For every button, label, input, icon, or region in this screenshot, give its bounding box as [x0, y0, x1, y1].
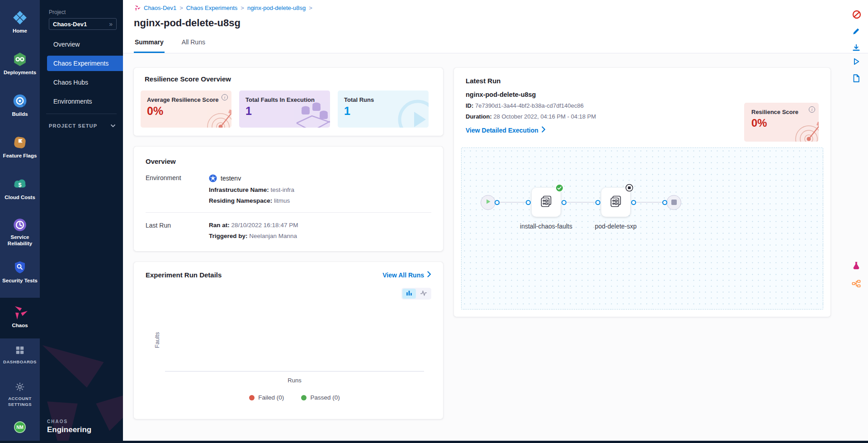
account-settings-label: ACCOUNT SETTINGS [5, 396, 35, 408]
tab-all-runs[interactable]: All Runs [181, 38, 206, 53]
breadcrumb-experiments[interactable]: Chaos Experiments [186, 5, 237, 11]
environment-details: testenv Infrastructure Name: test-infra … [209, 174, 294, 204]
section-title: Resilience Score Overview [145, 75, 436, 83]
sidebar-divider [46, 114, 117, 114]
rail-item-home[interactable]: Home [0, 6, 40, 39]
rail-item-cloud-costs[interactable]: $ Cloud Costs [0, 173, 40, 205]
connector-port-icon[interactable] [495, 200, 500, 205]
view-detailed-execution-button[interactable]: View Detailed Execution [466, 126, 546, 134]
environment-row: Environment testenv Infrastructure Name:… [146, 174, 431, 204]
rail-item-service-reliability[interactable]: Service Reliability [0, 214, 40, 247]
run-experiment-icon[interactable] [852, 57, 862, 67]
rail-bottom-group: DASHBOARDS ACCOUNT SETTINGS NM [0, 345, 40, 441]
section-title: Experiment Run Details [146, 271, 222, 279]
pipeline-edge [499, 202, 527, 203]
resilience-score-overview-card: Resilience Score Overview i Average Resi… [134, 68, 443, 136]
sidebar-item-overview[interactable]: Overview [40, 37, 123, 52]
namespace-label: Residing Namespace: [209, 197, 272, 204]
module-name: Engineering [47, 425, 91, 434]
pipeline-canvas[interactable]: install-chaos-faults [461, 148, 823, 310]
user-avatar[interactable]: NM [14, 421, 26, 433]
line-chart-toggle-button[interactable] [417, 289, 430, 299]
manifest-file-icon[interactable] [852, 74, 862, 84]
disable-experiment-icon[interactable] [852, 10, 862, 19]
section-title: Overview [146, 157, 431, 165]
builds-icon [12, 92, 28, 110]
pipeline-end-node[interactable] [666, 195, 681, 210]
rail-item-chaos[interactable]: Chaos [0, 298, 40, 338]
feature-flags-icon [12, 134, 28, 151]
view-all-runs-button[interactable]: View All Runs [382, 271, 431, 279]
last-run-label: Last Run [146, 222, 209, 239]
bar-chart-icon [406, 290, 412, 298]
sidebar-item-chaos-hubs[interactable]: Chaos Hubs [40, 75, 123, 90]
tab-summary[interactable]: Summary [134, 38, 165, 53]
connector-port-icon[interactable] [631, 200, 636, 205]
experiment-step-icon [539, 194, 553, 210]
rail-item-feature-flags[interactable]: Feature Flags [0, 131, 40, 164]
passed-dot-icon [301, 395, 307, 400]
page-title: nginx-pod-delete-u8sg [134, 17, 868, 29]
breadcrumb-experiment-name[interactable]: nginx-pod-delete-u8sg [247, 5, 306, 11]
legend-failed[interactable]: Failed (0) [249, 394, 284, 401]
latest-run-meta: nginx-pod-delete-u8sg ID: 7e7390d1-3a44-… [466, 91, 596, 142]
infra-value: test-infra [271, 186, 295, 193]
breadcrumb-separator: > [309, 5, 312, 11]
legend-passed[interactable]: Passed (0) [301, 394, 340, 401]
experiment-step-icon [609, 194, 623, 210]
sidebar-item-chaos-experiments[interactable]: Chaos Experiments [47, 56, 123, 71]
connector-port-icon[interactable] [595, 200, 600, 205]
svg-text:$: $ [18, 182, 21, 188]
connector-port-icon[interactable] [561, 200, 566, 205]
rail-item-security-tests[interactable]: Security Tests [0, 256, 40, 289]
rail-label: Service Reliability [0, 234, 40, 247]
breadcrumb-project[interactable]: Chaos-Dev1 [144, 5, 176, 11]
bar-chart-toggle-button[interactable] [402, 289, 416, 299]
breadcrumb: Chaos-Dev1 > Chaos Experiments > nginx-p… [134, 4, 868, 12]
download-icon[interactable] [852, 43, 862, 53]
right-column: Latest Run nginx-pod-delete-u8sg ID: 7e7… [454, 68, 830, 317]
expand-chevrons-icon[interactable]: » [109, 20, 113, 28]
info-icon[interactable]: i [809, 106, 815, 113]
connector-port-icon[interactable] [662, 200, 667, 205]
info-icon[interactable]: i [222, 94, 228, 100]
success-badge-icon [555, 184, 564, 194]
rail-item-builds[interactable]: Builds [0, 90, 40, 122]
run-id-value: 7e7390d1-3a44-4bf2-b38a-cd7df140ec86 [475, 102, 584, 109]
main-area: Chaos-Dev1 > Chaos Experiments > nginx-p… [123, 0, 868, 441]
chaos-probe-flask-icon[interactable] [852, 261, 862, 271]
latest-run-card: Latest Run nginx-pod-delete-u8sg ID: 7e7… [454, 68, 830, 317]
pipeline-node-install-chaos-faults[interactable]: install-chaos-faults [532, 188, 561, 217]
rail-item-account-settings[interactable]: ACCOUNT SETTINGS [5, 382, 35, 408]
module-kicker: CHAOS [47, 419, 91, 424]
failed-dot-icon [249, 395, 255, 400]
rail-item-deployments[interactable]: Deployments [0, 48, 40, 81]
infra-label: Infrastructure Name: [209, 186, 269, 193]
connector-port-icon[interactable] [526, 200, 531, 205]
project-selector[interactable]: Chaos-Dev1 » [49, 18, 117, 30]
environment-label: Environment [146, 174, 209, 204]
row-divider [146, 212, 431, 213]
project-setup-toggle[interactable]: PROJECT SETUP [40, 123, 123, 129]
rail-label: Deployments [4, 70, 36, 76]
avatar-initials: NM [16, 425, 24, 430]
latest-run-name: nginx-pod-delete-u8sg [466, 91, 596, 98]
chart-legend: Failed (0) Passed (0) [165, 394, 424, 401]
edit-icon[interactable] [852, 27, 862, 37]
triggered-by-value: Neelanjan Manna [249, 233, 297, 239]
window-bottom-bar [0, 441, 868, 443]
breadcrumb-separator: > [241, 5, 244, 11]
pipeline-start-node[interactable] [481, 195, 495, 210]
sidebar-item-environments[interactable]: Environments [40, 94, 123, 109]
left-column: Resilience Score Overview i Average Resi… [134, 68, 443, 419]
pipeline-node-pod-delete-sxp[interactable]: pod-delete-sxp [601, 188, 630, 217]
breadcrumb-separator: > [179, 5, 183, 11]
project-label: Project [49, 9, 123, 15]
security-tests-icon [13, 259, 27, 276]
rail-item-dashboards[interactable]: DASHBOARDS [3, 345, 37, 365]
deployments-icon [12, 51, 28, 68]
experiment-run-details-card: Experiment Run Details View All Runs [134, 262, 443, 419]
environment-name[interactable]: testenv [221, 175, 241, 182]
pipeline-view-icon[interactable] [852, 279, 862, 289]
chevron-down-icon [110, 123, 116, 129]
